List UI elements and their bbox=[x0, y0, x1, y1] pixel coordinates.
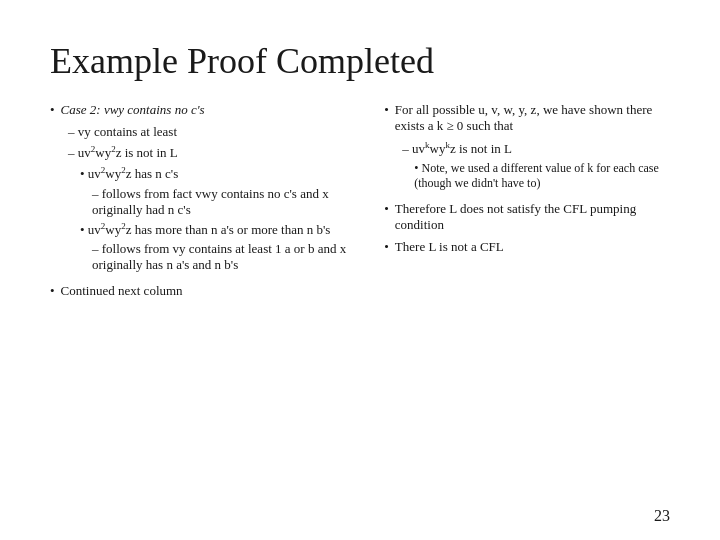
left-column: • Case 2: vwy contains no c's – vy conta… bbox=[50, 102, 364, 305]
follows-vy-text: – follows from vy contains at least 1 a … bbox=[92, 241, 364, 273]
case2-label: Case 2: vwy contains no c's bbox=[61, 102, 205, 118]
dash-vy: – vy contains at least bbox=[68, 124, 177, 140]
left-bullet-2: • Continued next column bbox=[50, 283, 364, 299]
for-all-text: For all possible u, v, w, y, z, we have … bbox=[395, 102, 670, 134]
bullet-dot-1: • bbox=[50, 102, 55, 118]
right-column: • For all possible u, v, w, y, z, we hav… bbox=[384, 102, 670, 305]
indent-uv2: – uv2wy2z is not in L bbox=[68, 144, 364, 161]
uvkwykz-text: – uvkwykz is not in L bbox=[402, 140, 512, 157]
indent-vy: – vy contains at least bbox=[68, 124, 364, 140]
right-bullet-1: • For all possible u, v, w, y, z, we hav… bbox=[384, 102, 670, 134]
indent-follows-fact: – follows from fact vwy contains no c's … bbox=[92, 186, 364, 218]
therefore-text: Therefore L does not satisfy the CFL pum… bbox=[395, 201, 670, 233]
not-cfl-text: There L is not a CFL bbox=[395, 239, 504, 255]
uv2-more-text: • uv2wy2z has more than n a's or more th… bbox=[80, 221, 330, 238]
right-bullet-dot-1: • bbox=[384, 102, 389, 118]
slide: Example Proof Completed • Case 2: vwy co… bbox=[0, 0, 720, 540]
indent-uv2-more: • uv2wy2z has more than n a's or more th… bbox=[80, 221, 364, 238]
bullet-dot-2: • bbox=[50, 283, 55, 299]
page-number: 23 bbox=[654, 507, 670, 525]
left-bullet-1: • Case 2: vwy contains no c's bbox=[50, 102, 364, 118]
indent-uv2-nc: • uv2wy2z has n c's bbox=[80, 165, 364, 182]
dash-uv2: – uv2wy2z is not in L bbox=[68, 144, 178, 161]
content-area: • Case 2: vwy contains no c's – vy conta… bbox=[50, 102, 670, 305]
follows-fact-text: – follows from fact vwy contains no c's … bbox=[92, 186, 364, 218]
continued-text: Continued next column bbox=[61, 283, 183, 299]
right-bullet-dot-2: • bbox=[384, 201, 389, 217]
right-bullet-dot-3: • bbox=[384, 239, 389, 255]
indent-follows-vy: – follows from vy contains at least 1 a … bbox=[92, 241, 364, 273]
slide-title: Example Proof Completed bbox=[50, 40, 670, 82]
uv2-nc-text: • uv2wy2z has n c's bbox=[80, 165, 178, 182]
note-text: • Note, we used a different value of k f… bbox=[414, 161, 670, 191]
indent-uvkwykz: – uvkwykz is not in L bbox=[402, 140, 670, 157]
right-bullet-3: • There L is not a CFL bbox=[384, 239, 670, 255]
indent-note: • Note, we used a different value of k f… bbox=[414, 161, 670, 191]
right-bullet-2: • Therefore L does not satisfy the CFL p… bbox=[384, 201, 670, 233]
